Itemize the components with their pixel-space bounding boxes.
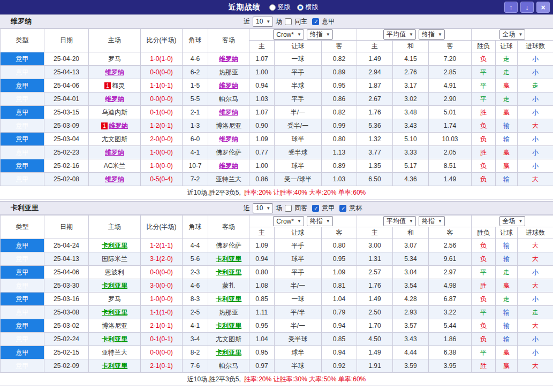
home-team-name[interactable]: 维罗纳 [105,149,124,156]
away-team-name[interactable]: 卡利亚里 [216,255,241,263]
horizontal-view-option[interactable]: 横版 [297,3,319,12]
away-team-name[interactable]: 热那亚 [219,68,238,76]
away-team-cell[interactable]: 维罗纳 [208,133,249,146]
match-row[interactable]: 意甲 25-03-02 博洛尼亚 2-1(0-1) 4-1 卡利亚里 0.95 … [1,319,553,333]
away-team-name[interactable]: 佛罗伦萨 [216,242,241,249]
away-team-name[interactable]: 亚特兰大 [216,175,241,183]
match-row[interactable]: 意甲 25-02-24 卡利亚里 0-1(0-1) 3-4 尤文图斯 1.04 … [1,333,553,346]
home-team-cell[interactable]: 恩波利 [89,266,141,279]
match-row[interactable]: 意甲 25-04-13 国际米兰 3-1(2-0) 5-6 卡利亚里 0.94 … [1,252,553,266]
scroll-down-button[interactable]: ↓ [520,2,534,13]
away-team-cell[interactable]: 博洛尼亚 [208,119,249,133]
vertical-view-option[interactable]: 竖版 [269,3,291,12]
away-team-cell[interactable]: 卡利亚里 [208,252,249,266]
match-row[interactable]: 意甲 25-04-06 恩波利 0-0(0-0) 2-3 卡利亚里 0.80 平… [1,266,553,279]
away-team-name[interactable]: 卡利亚里 [216,295,241,303]
away-team-name[interactable]: 维罗纳 [219,55,238,63]
away-team-cell[interactable]: 蒙扎 [208,279,249,293]
same-home-label[interactable]: 同主 [294,17,307,26]
away-team-name[interactable]: 维罗纳 [219,135,238,143]
scroll-up-button[interactable]: ↑ [504,2,518,13]
away-team-cell[interactable]: 卡利亚里 [208,346,249,359]
away-team-cell[interactable]: 维罗纳 [208,106,249,119]
away-team-cell[interactable]: 亚特兰大 [208,173,249,186]
average-select[interactable]: 平均值▼ [383,216,416,226]
home-team-cell[interactable]: 卡利亚里 [89,359,141,373]
home-team-name[interactable]: 卡利亚里 [102,309,127,316]
home-team-cell[interactable]: 乌迪内斯 [89,106,141,119]
average-time-select[interactable]: 终指▼ [419,216,445,226]
home-team-cell[interactable]: 罗马 [89,52,141,66]
away-team-cell[interactable]: 维罗纳 [208,52,249,66]
close-button[interactable]: × [536,2,550,13]
home-team-name[interactable]: 罗马 [108,295,121,303]
home-team-cell[interactable]: 亚特兰大 [89,346,141,359]
match-row[interactable]: 意甲 25-04-06 1都灵 1-1(0-1) 1-5 维罗纳 0.94 半球… [1,79,553,93]
away-team-cell[interactable]: 维罗纳 [208,79,249,93]
home-team-name[interactable]: 恩波利 [105,268,124,276]
away-team-name[interactable]: 维罗纳 [219,162,238,170]
away-team-name[interactable]: 尤文图斯 [216,335,241,343]
home-team-name[interactable]: AC米兰 [104,162,126,170]
coppa-italia-label[interactable]: 意杯 [349,204,362,213]
home-team-name[interactable]: 卡利亚里 [102,242,127,249]
serie-a-label[interactable]: 意甲 [322,17,335,26]
match-row[interactable]: 意甲 25-04-01 维罗纳 0-0(0-0) 5-5 帕尔马 1.03 平手… [1,93,553,106]
match-count-select[interactable]: 10▼ [253,17,273,27]
away-team-name[interactable]: 热那亚 [219,309,238,316]
home-team-name[interactable]: 卡利亚里 [102,282,127,289]
same-away-label[interactable]: 同客 [294,204,307,213]
home-team-name[interactable]: 博洛尼亚 [102,322,127,329]
radio-icon[interactable] [269,4,276,11]
home-team-cell[interactable]: 1维罗纳 [89,119,141,133]
home-team-cell[interactable]: 维罗纳 [89,66,141,79]
away-team-name[interactable]: 卡利亚里 [216,268,241,276]
match-row[interactable]: 意甲 25-04-20 罗马 1-0(1-0) 4-6 维罗纳 1.07 一球 … [1,52,553,66]
match-row[interactable]: 意甲 25-03-30 卡利亚里 3-0(0-0) 4-6 蒙扎 1.08 半/… [1,279,553,293]
home-team-cell[interactable]: 尤文图斯 [89,133,141,146]
home-team-name[interactable]: 国际米兰 [102,255,127,263]
home-team-name[interactable]: 亚特兰大 [102,349,127,356]
odds-time-select[interactable]: 终指▼ [307,29,333,40]
home-team-cell[interactable]: 国际米兰 [89,252,141,266]
home-team-name[interactable]: 维罗纳 [105,175,124,183]
match-row[interactable]: 意甲 25-02-23 维罗纳 1-0(0-0) 4-1 佛罗伦萨 0.77 受… [1,146,553,159]
match-row[interactable]: 意甲 25-03-16 罗马 1-0(0-0) 8-3 卡利亚里 0.85 一球… [1,293,553,306]
away-team-cell[interactable]: 维罗纳 [208,159,249,173]
serie-a-label[interactable]: 意甲 [322,204,335,213]
home-team-cell[interactable]: 维罗纳 [89,173,141,186]
match-row[interactable]: 意甲 25-03-04 尤文图斯 2-0(0-0) 6-0 维罗纳 1.09 球… [1,133,553,146]
away-team-cell[interactable]: 热那亚 [208,306,249,319]
home-team-name[interactable]: 卡利亚里 [102,362,127,370]
away-team-name[interactable]: 帕尔马 [219,362,238,370]
serie-a-checkbox[interactable] [312,18,319,25]
coppa-italia-checkbox[interactable] [339,205,346,212]
away-team-cell[interactable]: 尤文图斯 [208,333,249,346]
home-team-name[interactable]: 卡利亚里 [102,335,127,343]
away-team-name[interactable]: 卡利亚里 [216,322,241,329]
home-team-cell[interactable]: AC米兰 [89,159,141,173]
serie-a-checkbox[interactable] [312,205,319,212]
home-team-name[interactable]: 尤文图斯 [102,135,127,143]
away-team-cell[interactable]: 卡利亚里 [208,319,249,333]
match-row[interactable]: 意甲 25-04-24 卡利亚里 1-2(1-1) 4-4 佛罗伦萨 1.09 … [1,239,553,252]
match-row[interactable]: 意甲 25-03-09 1维罗纳 1-2(0-1) 1-3 博洛尼亚 0.90 … [1,119,553,133]
same-away-checkbox[interactable] [285,205,292,212]
away-team-cell[interactable]: 佛罗伦萨 [208,146,249,159]
match-row[interactable]: 意甲 25-04-13 维罗纳 0-0(0-0) 6-2 热那亚 1.00 平手… [1,66,553,79]
away-team-cell[interactable]: 帕尔马 [208,93,249,106]
home-team-name[interactable]: 维罗纳 [105,68,124,76]
home-team-name[interactable]: 维罗纳 [109,122,128,129]
full-match-select[interactable]: 全场▼ [499,29,526,40]
odds-time-select[interactable]: 终指▼ [307,216,333,226]
away-team-cell[interactable]: 卡利亚里 [208,293,249,306]
radio-icon[interactable] [297,4,304,11]
match-row[interactable]: 意甲 25-02-16 AC米兰 1-0(0-0) 10-7 维罗纳 1.00 … [1,159,553,173]
home-team-cell[interactable]: 卡利亚里 [89,306,141,319]
away-team-name[interactable]: 卡利亚里 [216,349,241,356]
home-team-cell[interactable]: 维罗纳 [89,146,141,159]
match-count-select[interactable]: 10▼ [253,203,273,213]
home-team-cell[interactable]: 卡利亚里 [89,279,141,293]
home-team-cell[interactable]: 卡利亚里 [89,239,141,252]
average-time-select[interactable]: 终指▼ [419,29,445,40]
